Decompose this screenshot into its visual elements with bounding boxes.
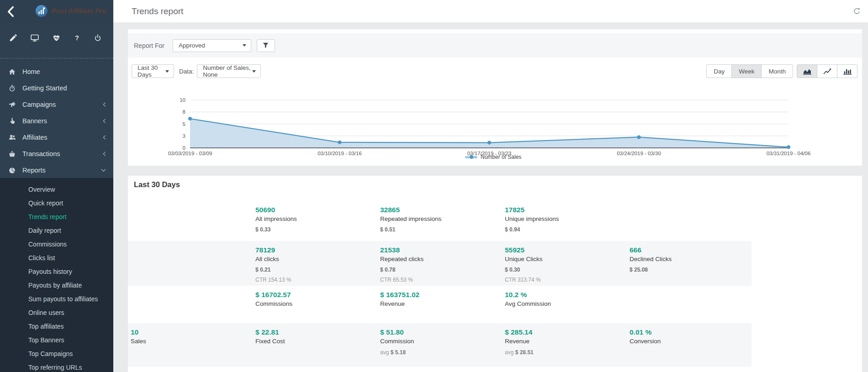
chart-type-button-bar-chart[interactable] — [837, 64, 857, 78]
stat-cell-repeated-clicks: 21538Repeated clicks$ 0.78CTR 65.53 % — [377, 241, 502, 286]
funnel-icon — [263, 42, 269, 48]
sidebar-item-home[interactable]: Home — [0, 63, 113, 80]
submenu-item-clicks-list[interactable]: Clicks list — [0, 251, 113, 265]
stat-cell-all-clicks: 78129All clicks$ 0.21CTR 154.13 % — [253, 241, 377, 286]
stat-label: All clicks — [255, 255, 372, 263]
stat-ctr: CTR 313.74 % — [505, 277, 621, 283]
submenu-item-quick-report[interactable]: Quick report — [0, 196, 113, 210]
stat-money: $ 0.78 — [380, 267, 497, 273]
sidebar-item-transactions[interactable]: Transactions — [0, 146, 113, 162]
basket-icon — [8, 151, 16, 157]
top-header: Trends report — [113, 0, 868, 23]
svg-text:3: 3 — [183, 133, 185, 139]
pencil-icon[interactable] — [9, 34, 17, 42]
sidebar-item-label: Banners — [22, 117, 47, 125]
data-series-select[interactable]: Number of Sales, None — [197, 64, 261, 78]
sidebar-item-label: Reports — [22, 167, 46, 174]
stat-avg: avg $ 28.51 — [505, 349, 621, 356]
app-root: Post Affiliate Pro ? HomeGetting Started… — [0, 0, 868, 372]
report-filter-bar: Report For Approved — [128, 33, 862, 58]
stat-cell-revenue: $ 285.14Revenueavg $ 28.51 — [502, 323, 627, 367]
stat-value: $ 163751.02 — [380, 290, 497, 299]
period-button-day[interactable]: Day — [706, 64, 732, 78]
submenu-item-overview[interactable]: Overview — [0, 183, 113, 196]
stat-cell-commission: $ 51.80Commissionavg $ 5.18 — [377, 323, 502, 367]
svg-text:03/31/2019 - 04/06: 03/31/2019 - 04/06 — [767, 151, 811, 156]
sidebar-item-reports[interactable]: Reports — [0, 162, 113, 178]
report-for-select[interactable]: Approved — [173, 39, 251, 52]
monitor-icon[interactable] — [31, 34, 39, 42]
period-button-week[interactable]: Week — [731, 64, 762, 78]
refresh-icon[interactable] — [853, 7, 861, 17]
submenu-item-commissions[interactable]: Commissions — [0, 237, 113, 251]
stat-value: 21538 — [380, 246, 497, 254]
stat-cell-all-impressions: 50690All impressions$ 0.33 — [253, 201, 377, 241]
sidebar-divider — [0, 58, 113, 58]
period-button-month[interactable]: Month — [761, 64, 793, 78]
power-icon[interactable] — [94, 34, 101, 42]
sidebar-item-label: Home — [22, 68, 40, 75]
submenu-item-top-banners[interactable]: Top Banners — [0, 333, 113, 347]
stat-label: Unique impressions — [505, 215, 621, 223]
stat-value: 78129 — [255, 246, 372, 254]
stat-money: $ 0.94 — [505, 226, 621, 233]
collapse-sidebar-icon[interactable] — [6, 5, 16, 20]
stat-cell-declined-clicks: 666Declined Clicks$ 25.08 — [627, 241, 752, 286]
svg-text:03/24/2019 - 03/30: 03/24/2019 - 03/30 — [617, 151, 661, 156]
submenu-item-trends-report[interactable]: Trends report — [0, 210, 113, 224]
stat-label: Declined Clicks — [630, 255, 746, 263]
megaphone-icon — [8, 101, 16, 108]
stat-cell-repeated-impressions: 32865Repeated impressions$ 0.51 — [377, 201, 502, 241]
submenu-item-payouts-history[interactable]: Payouts history — [0, 265, 113, 278]
svg-text:5: 5 — [183, 121, 185, 127]
stat-value: $ 285.14 — [505, 328, 621, 336]
stat-value: 50690 — [255, 205, 372, 214]
submenu-item-daily-report[interactable]: Daily report — [0, 224, 113, 237]
stat-ctr: CTR 65.53 % — [380, 277, 497, 283]
hand-pointer-icon — [8, 118, 16, 124]
sidebar: Post Affiliate Pro ? HomeGetting Started… — [0, 0, 113, 372]
chart-type-button-area-chart[interactable] — [797, 64, 817, 78]
sidebar-header: Post Affiliate Pro — [0, 0, 113, 23]
submenu-item-payouts-by-affiliate[interactable]: Payouts by affiliate — [0, 278, 113, 292]
submenu-item-online-users[interactable]: Online users — [0, 306, 113, 320]
stat-cell-empty — [627, 201, 752, 241]
stats-table: 50690All impressions$ 0.3332865Repeated … — [128, 201, 752, 367]
sidebar-item-label: Transactions — [22, 150, 60, 157]
help-icon[interactable]: ? — [74, 35, 80, 42]
submenu-item-top-affiliates[interactable]: Top affiliates — [0, 320, 113, 333]
stat-cell-empty — [128, 241, 253, 286]
date-range-select[interactable]: Last 30 Days — [132, 64, 174, 78]
stats-row-3: $ 16702.57Commissions$ 163751.02Revenue1… — [128, 286, 752, 323]
sidebar-item-banners[interactable]: Banners — [0, 113, 113, 129]
chart-type-button-group — [797, 64, 857, 78]
stat-cell-commissions: $ 16702.57Commissions — [253, 286, 377, 323]
sidebar-item-campaigns[interactable]: Campaigns — [0, 96, 113, 113]
chevron-left-icon — [103, 152, 106, 157]
page-title: Trends report — [132, 6, 183, 16]
svg-text:03/03/2019 - 03/09: 03/03/2019 - 03/09 — [168, 151, 212, 156]
stat-ctr: CTR 154.13 % — [255, 277, 372, 283]
filter-button[interactable] — [257, 39, 275, 52]
submenu-item-top-referring-urls[interactable]: Top referring URLs — [0, 361, 113, 372]
pie-chart-icon — [8, 167, 16, 174]
submenu-item-top-campaigns[interactable]: Top Campaigns — [0, 347, 113, 361]
date-range-value: Last 30 Days — [138, 64, 165, 78]
stats-card: Last 30 Days 50690All impressions$ 0.333… — [128, 176, 862, 372]
report-for-label: Report For — [134, 42, 164, 49]
stat-money: $ 0.30 — [505, 267, 621, 273]
stat-value: $ 51.80 — [380, 328, 497, 336]
svg-text:10: 10 — [180, 97, 185, 103]
sidebar-item-affiliates[interactable]: Affiliates — [0, 129, 113, 146]
home-icon — [8, 68, 16, 75]
stats-row-4: 10Sales$ 22.81Fixed Cost$ 51.80Commissio… — [128, 323, 752, 367]
submenu-item-sum-payouts-to-affiliates[interactable]: Sum payouts to affiliates — [0, 292, 113, 306]
heartbeat-icon[interactable] — [53, 34, 60, 42]
svg-text:03/10/2019 - 03/16: 03/10/2019 - 03/16 — [318, 151, 362, 156]
brand-name: Post Affiliate Pro — [52, 7, 112, 15]
sidebar-item-getting-started[interactable]: Getting Started — [0, 80, 113, 96]
chart-type-button-line-chart[interactable] — [817, 64, 837, 78]
reports-submenu: OverviewQuick reportTrends reportDaily r… — [0, 178, 113, 372]
stat-label: Repeated impressions — [380, 215, 497, 223]
svg-text:8: 8 — [183, 109, 185, 115]
